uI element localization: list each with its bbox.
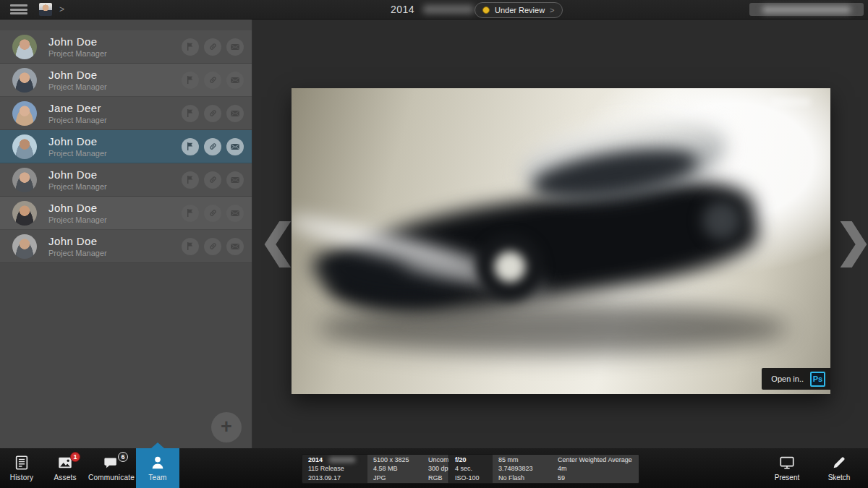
- member-role: Project Manager: [48, 116, 182, 124]
- attachment-icon[interactable]: [204, 171, 221, 189]
- meta-exposure: 4 sec.: [455, 464, 487, 474]
- meta-aperture: f/20: [455, 455, 487, 465]
- member-avatar: [12, 68, 37, 93]
- previous-arrow-icon[interactable]: ❮: [259, 214, 284, 269]
- member-role: Project Manager: [48, 82, 182, 91]
- flag-icon[interactable]: [182, 171, 199, 189]
- photoshop-icon: Ps: [810, 372, 825, 387]
- member-name: John Doe: [48, 168, 182, 181]
- status-badge[interactable]: Under Review >: [475, 2, 563, 18]
- mail-icon[interactable]: [226, 238, 244, 255]
- flag-icon[interactable]: [182, 238, 199, 255]
- tab-communicate[interactable]: Communicate 6: [87, 448, 136, 488]
- attachment-icon[interactable]: [204, 138, 221, 155]
- tab-assets[interactable]: Assets 1: [43, 448, 87, 488]
- attachment-icon[interactable]: [204, 105, 221, 122]
- bottom-bar: History Assets 1 Communicate 6 Team 2014: [0, 448, 868, 488]
- team-member-row[interactable]: John Doe Project Manager: [0, 30, 252, 64]
- menu-icon[interactable]: [10, 4, 27, 14]
- add-member-button[interactable]: +: [211, 412, 242, 442]
- team-sidebar: John Doe Project Manager John Doe Projec…: [0, 19, 253, 448]
- member-name: Jane Deer: [48, 102, 182, 114]
- mail-icon[interactable]: [226, 72, 244, 89]
- redacted-meta-text: [329, 457, 355, 463]
- team-member-row[interactable]: Jane Deer Project Manager: [0, 97, 252, 130]
- page-title: 2014: [391, 0, 474, 19]
- meta-aperture-value: 3.74893823: [498, 464, 546, 474]
- bottom-tabs: History Assets 1 Communicate 6 Team: [0, 448, 179, 488]
- member-role: Project Manager: [48, 49, 182, 58]
- meta-focal-length: 85 mm: [498, 455, 546, 465]
- viewer-tools: Present Sketch: [768, 448, 858, 488]
- team-icon: [150, 455, 166, 471]
- meta-iso: ISO-100: [455, 474, 487, 483]
- app-window: > 2014 Under Review > John Doe Project M…: [0, 0, 868, 488]
- attachment-icon[interactable]: [204, 205, 221, 222]
- flag-icon[interactable]: [182, 38, 199, 56]
- team-member-row[interactable]: John Doe Project Manager: [0, 64, 252, 97]
- member-name: John Doe: [48, 69, 182, 81]
- asset-image[interactable]: Open in.. Ps: [292, 88, 830, 394]
- member-role: Project Manager: [48, 149, 182, 158]
- mail-icon[interactable]: [226, 138, 244, 155]
- member-avatar: [12, 168, 37, 192]
- exif-metadata-panel: f/20 4 sec. ISO-100 85 mm 3.74893823 No …: [448, 454, 639, 484]
- asset-viewer: ❮ Open in.. Ps ❯: [255, 19, 868, 448]
- meta-filesize: 4.58 MB: [373, 464, 417, 474]
- team-member-row[interactable]: John Doe Project Manager: [0, 230, 252, 263]
- member-role: Project Manager: [48, 249, 182, 257]
- open-in-label: Open in..: [771, 374, 804, 383]
- status-dot-icon: [482, 7, 490, 14]
- team-member-list: John Doe Project Manager John Doe Projec…: [0, 30, 252, 263]
- user-avatar[interactable]: [39, 3, 52, 16]
- communicate-badge: 6: [118, 452, 128, 462]
- sketch-icon: [831, 455, 847, 471]
- member-name: John Doe: [48, 235, 182, 247]
- top-bar: > 2014 Under Review >: [0, 0, 868, 20]
- flag-icon[interactable]: [182, 205, 199, 222]
- flag-icon[interactable]: [182, 105, 199, 122]
- member-name: John Doe: [48, 35, 182, 48]
- mail-icon[interactable]: [226, 105, 244, 122]
- mail-icon[interactable]: [226, 38, 244, 56]
- attachment-icon[interactable]: [204, 72, 221, 89]
- meta-release-year: 2014: [308, 455, 362, 465]
- meta-count: 59: [558, 474, 633, 483]
- present-button[interactable]: Present: [768, 448, 806, 488]
- team-member-row[interactable]: John Doe Project Manager: [0, 197, 252, 230]
- history-icon: [14, 455, 30, 471]
- attachment-icon[interactable]: [204, 238, 221, 255]
- car-rear-wheel: [695, 194, 749, 247]
- member-role: Project Manager: [48, 182, 182, 191]
- sketch-button[interactable]: Sketch: [820, 448, 858, 488]
- team-member-row[interactable]: John Doe Project Manager: [0, 163, 252, 197]
- breadcrumb-chevron: >: [59, 4, 64, 14]
- member-name: John Doe: [48, 135, 182, 147]
- redacted-title-text: [423, 5, 474, 14]
- redacted-action-button[interactable]: [749, 3, 864, 16]
- meta-metering: Center Weighted Average: [558, 455, 633, 465]
- assets-badge: 1: [70, 452, 80, 462]
- meta-dimensions: 5100 x 3825: [373, 455, 417, 465]
- tab-history[interactable]: History: [0, 448, 43, 488]
- title-year: 2014: [391, 4, 414, 15]
- attachment-icon[interactable]: [204, 38, 221, 56]
- member-avatar: [12, 201, 37, 226]
- meta-filetype: JPG: [373, 474, 417, 483]
- team-member-row-selected[interactable]: John Doe Project Manager: [0, 130, 252, 163]
- flag-icon[interactable]: [182, 138, 199, 155]
- mail-icon[interactable]: [226, 205, 244, 222]
- mail-icon[interactable]: [226, 171, 244, 189]
- watermark: [771, 98, 810, 106]
- status-label: Under Review: [495, 6, 545, 14]
- member-role: Project Manager: [48, 215, 182, 224]
- tab-team[interactable]: Team: [136, 448, 179, 488]
- member-avatar: [12, 35, 37, 59]
- meta-distance: 4m: [558, 464, 633, 474]
- open-in-photoshop-button[interactable]: Open in.. Ps: [762, 368, 830, 390]
- member-name: John Doe: [48, 202, 182, 214]
- flag-icon[interactable]: [182, 72, 199, 89]
- next-arrow-icon[interactable]: ❯: [835, 214, 859, 269]
- member-avatar: [12, 134, 37, 159]
- meta-release: 115 Release: [308, 464, 362, 474]
